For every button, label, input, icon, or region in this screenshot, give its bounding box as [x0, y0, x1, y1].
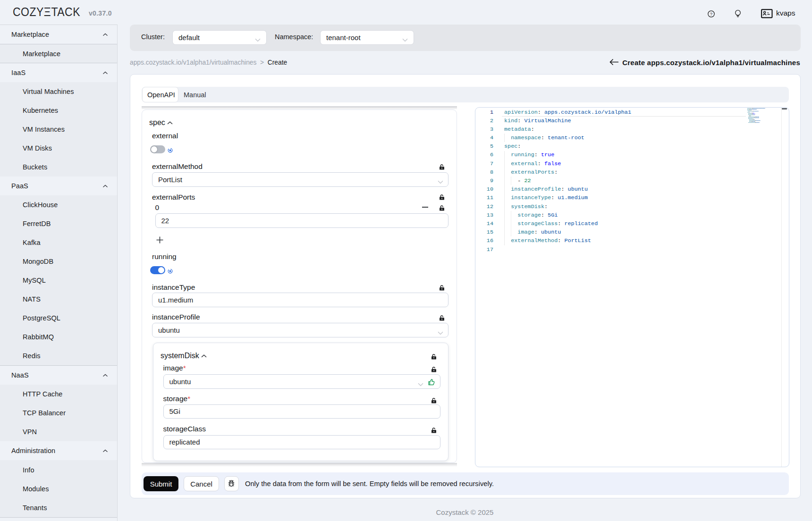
- svg-text:?: ?: [710, 11, 712, 17]
